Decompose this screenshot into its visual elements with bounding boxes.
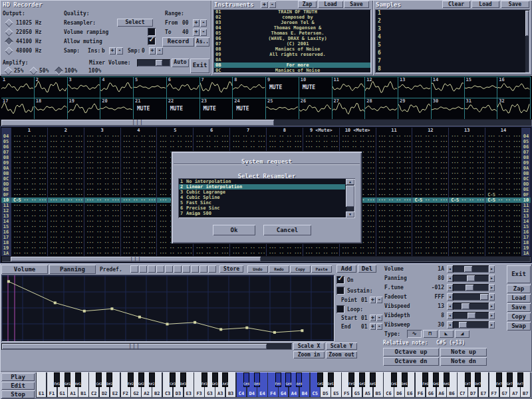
pattern-cell[interactable]: ··· ·· ·· ··· — [376, 219, 412, 224]
pattern-cell[interactable]: ··· ·· ·· ··· — [485, 203, 521, 208]
pattern-cell[interactable]: ··· ·· ·· ··· — [376, 150, 412, 155]
param-slider[interactable]: ◀▶ — [447, 284, 495, 291]
scope-channel[interactable]: 1 — [1, 77, 35, 98]
vibrato-type-ramp-down-icon[interactable]: ◣ — [439, 330, 454, 338]
instrument-row[interactable]: 01TRAIN OF TRUTH — [214, 9, 370, 15]
piano-black-key[interactable]: F#6 — [422, 372, 428, 387]
pattern-cell[interactable]: ··· ·· ·· ··· — [448, 134, 485, 139]
pattern-cell[interactable]: ··· ·· ·· ··· — [120, 219, 157, 224]
slider-right-arrow-icon[interactable]: ▶ — [489, 321, 495, 329]
point-plus-button[interactable]: + — [370, 297, 376, 303]
pattern-cell[interactable]: ··· ·· ·· ··· — [339, 144, 376, 150]
slider-left-arrow-icon[interactable]: ◀ — [447, 303, 453, 310]
resampler-option[interactable]: 7Amiga 500 — [179, 211, 345, 216]
scope-channel[interactable]: 26 — [299, 98, 332, 119]
pattern-row[interactable]: 19··· ·· ·· ······ ·· ·· ······ ·· ·· ··… — [1, 245, 531, 251]
slider-left-arrow-icon[interactable]: ◀ — [447, 321, 453, 329]
param-slider[interactable]: ◀▶ — [447, 275, 495, 282]
pattern-cell[interactable]: ··· ·· ·· ··· — [412, 187, 448, 192]
dialog-scrollbar[interactable]: ▲ ▼ — [346, 179, 354, 217]
pattern-scrollbar[interactable]: ||| — [1, 256, 531, 262]
ins-plus-button[interactable]: + — [109, 47, 116, 55]
vibrato-type-sine-icon[interactable]: ∿ — [407, 330, 422, 338]
pattern-cell[interactable]: ··· ·· ·· ··· — [412, 144, 448, 150]
pattern-cell[interactable]: ··· ·· ·· ··· — [11, 166, 47, 171]
zoom-in-button[interactable]: Zoom in — [293, 351, 325, 358]
pattern-cell[interactable]: ··· ·· ·· ··· — [11, 208, 47, 213]
envelope-scrollbar[interactable]: ||| — [1, 343, 292, 350]
slider-left-arrow-icon[interactable]: ◀ — [447, 293, 453, 301]
pattern-cell[interactable]: ··· ·· ·· ··· — [376, 245, 412, 251]
slider-handle[interactable] — [464, 266, 472, 272]
slider-right-arrow-icon[interactable]: ▶ — [489, 265, 495, 273]
slider-track[interactable] — [453, 312, 489, 319]
pattern-cell[interactable]: ··· ·· ·· ··· — [412, 224, 448, 229]
instrument-row[interactable]: 03Jeroen Tel & — [214, 20, 370, 25]
pattern-cell[interactable]: ··· ·· ·· ··· — [120, 192, 157, 198]
envelope-graph-area[interactable] — [1, 275, 334, 342]
allow-muting-checkbox[interactable] — [148, 37, 156, 45]
end-minus-button[interactable]: - — [376, 323, 382, 330]
pattern-cell[interactable]: ··· ·· ·· ··· — [47, 213, 84, 219]
start-minus-button[interactable]: - — [376, 315, 382, 321]
edit-button[interactable]: Edit — [1, 382, 35, 390]
pattern-cell[interactable]: ··· ·· ·· ··· — [485, 245, 521, 251]
pattern-cell[interactable]: ··· ·· ·· ··· — [11, 134, 47, 139]
pattern-cell[interactable]: ··· ·· ·· ··· — [47, 219, 84, 224]
octave-dn-button[interactable]: Octave dn — [383, 357, 439, 366]
resampler-option[interactable]: 1No interpolation — [179, 179, 345, 184]
slider-handle[interactable] — [466, 285, 473, 291]
start-plus-button[interactable]: + — [370, 315, 376, 321]
pattern-cell[interactable]: ··· ·· ·· ··· — [412, 245, 448, 251]
pattern-cell[interactable]: ··· ·· ·· ··· — [376, 213, 412, 219]
pattern-cell[interactable]: ··· ·· ·· ··· — [339, 139, 376, 144]
pattern-cell[interactable]: ··· ·· ·· ··· — [412, 166, 448, 171]
piano-black-key[interactable]: F#2 — [128, 372, 134, 387]
scope-channel[interactable]: 19 — [68, 98, 101, 119]
piano-black-key[interactable]: A#1 — [75, 372, 81, 387]
pattern-cell[interactable]: ··· ·· ·· ··· — [47, 251, 84, 256]
piano-black-key[interactable]: F#7 — [496, 372, 502, 387]
pattern-cell[interactable]: ··· ·· ·· ··· — [266, 134, 303, 139]
scale-x-button[interactable]: Scale X — [293, 342, 325, 350]
scope-channel[interactable]: 6 — [167, 77, 200, 98]
predef-slot-button[interactable] — [148, 265, 156, 273]
pattern-cell[interactable]: ··· ·· ·· ··· — [485, 182, 521, 187]
predef-slot-button[interactable] — [130, 265, 138, 273]
radio-icon[interactable] — [5, 47, 13, 55]
slider-track[interactable] — [453, 293, 489, 301]
pattern-cell[interactable]: ··· ·· ·· ··· — [11, 139, 47, 144]
sample-row[interactable]: 1 — [376, 9, 523, 17]
pattern-cell[interactable]: ··· ·· ·· ··· — [266, 251, 303, 256]
scope-channel[interactable]: 10MUTE — [299, 77, 332, 98]
piano-black-key[interactable]: A#7 — [517, 372, 523, 387]
pattern-cell[interactable]: ··· ·· ·· ··· — [412, 155, 448, 160]
slider-track[interactable] — [453, 321, 489, 329]
range-from-plus-button[interactable]: + — [193, 19, 200, 27]
pattern-cell[interactable]: ··· ·· ·· ··· — [412, 229, 448, 235]
instrument-row[interactable]: 09All rights reserved. — [214, 52, 370, 57]
resampler-option[interactable]: 3Cubic Lagrange — [179, 190, 345, 195]
param-slider[interactable]: ◀▶ — [447, 303, 495, 310]
instrument-row[interactable]: 0CManiacs of Noise — [214, 68, 370, 73]
slider-right-arrow-icon[interactable]: ▶ — [489, 275, 495, 282]
dialog-scrollbar-handle[interactable] — [346, 186, 354, 207]
pattern-cell[interactable]: ··· ·· ·· ··· — [448, 213, 485, 219]
pattern-cell[interactable]: ··· ·· ·· ··· — [11, 229, 47, 235]
scope-channel[interactable]: 21MUTE — [134, 98, 167, 119]
pattern-cell[interactable]: C-5 ·· ·· ··· — [485, 192, 521, 198]
param-slider[interactable]: ◀▶ — [447, 312, 495, 319]
pattern-cell[interactable]: ··· ·· ·· ··· — [412, 219, 448, 224]
sample-row[interactable]: 3 — [376, 25, 523, 33]
pattern-cell[interactable]: ··· ·· ·· ··· — [485, 139, 521, 144]
pattern-cell[interactable]: ··· ·· ·· ··· — [448, 139, 485, 144]
pattern-cell[interactable]: ··· ·· ·· ··· — [84, 139, 120, 144]
pattern-cell[interactable]: ··· ·· ·· ··· — [229, 134, 266, 139]
scope-channel[interactable]: 7 — [200, 77, 233, 98]
scope-channel[interactable]: 24MUTE — [233, 98, 266, 119]
pattern-cell[interactable]: ··· ·· ·· ··· — [485, 219, 521, 224]
pattern-cell[interactable]: ··· ·· ·· ··· — [193, 134, 229, 139]
pattern-cell[interactable]: ··· ·· ·· ··· — [339, 245, 376, 251]
hd-exit-button[interactable]: Exit — [190, 59, 209, 73]
pattern-cell[interactable]: ··· ·· ·· ··· — [84, 251, 120, 256]
